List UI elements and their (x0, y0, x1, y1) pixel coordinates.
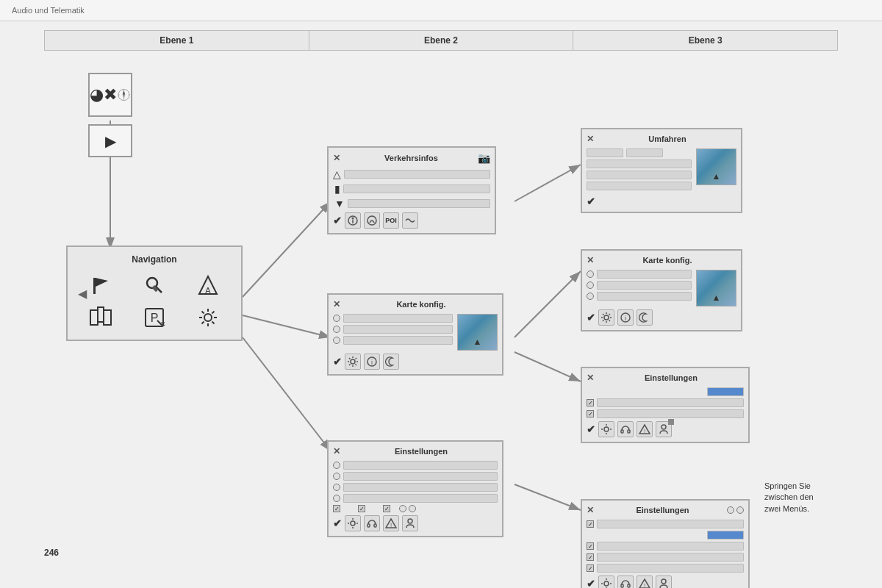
route-icon[interactable] (364, 212, 380, 229)
nav-icon-destination[interactable]: A (183, 270, 234, 300)
svg-line-7 (514, 352, 581, 381)
sun-icon-l2[interactable] (345, 354, 361, 370)
svg-line-44 (202, 322, 204, 324)
check-button-karte-l2[interactable]: ✔ (333, 356, 342, 368)
radio-3[interactable] (333, 337, 340, 344)
einst-l3-2-check-4[interactable] (587, 564, 594, 572)
einstellungen-l3-2-header: ✕ Einstellungen (587, 505, 744, 515)
svg-point-69 (408, 519, 412, 523)
wave-icon[interactable] (402, 212, 418, 229)
karte-konfig-l2-close[interactable]: ✕ (333, 299, 340, 309)
svg-point-46 (352, 218, 354, 220)
warning-icon: △ (333, 168, 341, 180)
nav-icon-search[interactable] (129, 270, 179, 300)
radio-1[interactable] (333, 315, 340, 322)
umfahren-input-1[interactable] (587, 148, 623, 157)
traffic-row-3: ▼ (333, 198, 490, 209)
check-button-einst-l2[interactable]: ✔ (333, 517, 342, 529)
einst-l3-2-check-2[interactable] (587, 542, 594, 550)
svg-rect-21 (151, 285, 158, 292)
moon-icon-l2[interactable] (383, 354, 399, 370)
nav-icon-parking[interactable]: P✕ (129, 303, 179, 332)
verkehrsinfos-close[interactable]: ✕ (333, 153, 340, 163)
einst-rg-1[interactable] (399, 505, 406, 512)
blue-slider-1[interactable] (707, 387, 744, 396)
karte-konfig-l3-close[interactable]: ✕ (587, 255, 594, 265)
karte-l3-radio-1 (587, 270, 692, 279)
check-button-umfahren[interactable]: ✔ (587, 196, 595, 207)
einstellungen-l2-panel: ✕ Einstellungen (327, 440, 503, 537)
headset-icon-l2[interactable] (364, 515, 380, 531)
einst-l3-1-cb-1[interactable] (587, 399, 594, 406)
compass-icon-box: ◕✖ (88, 73, 132, 117)
einst-l3-2-check-1[interactable] (587, 520, 594, 528)
einst-check-1[interactable] (333, 505, 340, 512)
umfahren-input-2[interactable] (626, 148, 663, 157)
karte-l2-radio-1 (333, 314, 453, 323)
warning2-icon-l3[interactable]: ! (637, 421, 653, 437)
person3-icon-l3-2[interactable] (656, 576, 672, 588)
person-icon-l2[interactable] (402, 515, 418, 531)
verkehrsinfos-header: ✕ Verkehrsinfos 📷 (333, 152, 490, 164)
einst-radio-2[interactable] (333, 473, 340, 480)
einst-l2-checkboxes (333, 505, 498, 512)
check-button-verkehr[interactable]: ✔ (333, 215, 342, 226)
nav-icon-settings[interactable] (183, 303, 234, 332)
einst-radio-4[interactable] (333, 495, 340, 502)
karte-l3-radio-2 (587, 281, 692, 290)
warning-icon-l2[interactable]: ! (383, 515, 399, 531)
karte-l3-footer: ✔ i (587, 309, 736, 326)
warning3-icon-l3-2[interactable]: ! (637, 576, 653, 588)
svg-point-81 (604, 427, 609, 431)
einst-radio-1[interactable] (333, 462, 340, 469)
poi-icon[interactable]: POI (383, 212, 399, 229)
check-button-karte-l3[interactable]: ✔ (587, 312, 595, 323)
karte-l3-r1[interactable] (587, 270, 594, 278)
tmc-icon[interactable] (345, 212, 361, 229)
sun-icon-l3[interactable] (598, 309, 614, 326)
settings3-icon-l3-2[interactable] (598, 576, 614, 588)
nav-icon-map[interactable] (75, 303, 126, 332)
moon-icon-l3[interactable] (637, 309, 653, 326)
check-button-einst-l3-2[interactable]: ✔ (587, 578, 595, 588)
svg-line-3 (243, 315, 331, 337)
karte-l3-r2[interactable] (587, 282, 594, 289)
einstellungen-l3-1-title: Einstellungen (598, 373, 744, 382)
col-header-2: Ebene 2 (309, 31, 574, 50)
einst-l3-2-rh-2[interactable] (736, 506, 744, 514)
svg-rect-27 (104, 310, 111, 325)
settings2-icon-l3[interactable] (598, 421, 614, 437)
karte-l3-r3[interactable] (587, 293, 594, 300)
svg-point-60 (351, 521, 355, 526)
einstellungen-l2-close[interactable]: ✕ (333, 446, 340, 456)
einst-check-3[interactable] (383, 505, 390, 512)
radio-2[interactable] (333, 326, 340, 333)
einst-l3-2-rh-1[interactable] (727, 506, 734, 514)
settings-icon-l2[interactable] (345, 515, 361, 531)
karte-konfig-l3-title: Karte konfig. (598, 256, 736, 265)
person2-icon-l3[interactable] (656, 421, 672, 437)
info-icon-l3[interactable]: i (617, 309, 634, 326)
headset2-icon-l3[interactable] (617, 421, 634, 437)
einstellungen-l3-2-footer: ✔ ! (587, 576, 744, 588)
page-number: 246 (44, 548, 59, 558)
headset3-icon-l3-2[interactable] (617, 576, 634, 588)
einstellungen-l3-1-header: ✕ Einstellungen (587, 373, 744, 383)
blue-slider-2[interactable] (707, 531, 744, 539)
check-button-einst-l3-1[interactable]: ✔ (587, 423, 595, 435)
einst-radio-3[interactable] (333, 484, 340, 491)
back-icon-box[interactable]: ▶ (88, 124, 132, 157)
einst-rg-2[interactable] (409, 505, 416, 512)
einst-check-2[interactable] (358, 505, 365, 512)
einstellungen-l3-1-close[interactable]: ✕ (587, 373, 594, 383)
info-icon-l2[interactable]: i (364, 354, 380, 370)
einstellungen-l3-2-close[interactable]: ✕ (587, 505, 594, 515)
einst-l3-1-cb-2[interactable] (587, 410, 594, 417)
umfahren-close[interactable]: ✕ (587, 134, 594, 144)
svg-text:i: i (625, 315, 626, 322)
karte-l2-radio-3 (333, 336, 453, 345)
umfahren-bar-2 (587, 171, 692, 179)
verkehrsinfos-panel: ✕ Verkehrsinfos 📷 △ ▮ ▼ ✔ (327, 146, 496, 234)
einst-l3-2-check-3[interactable] (587, 553, 594, 561)
einst-l2-radio-1 (333, 461, 498, 470)
